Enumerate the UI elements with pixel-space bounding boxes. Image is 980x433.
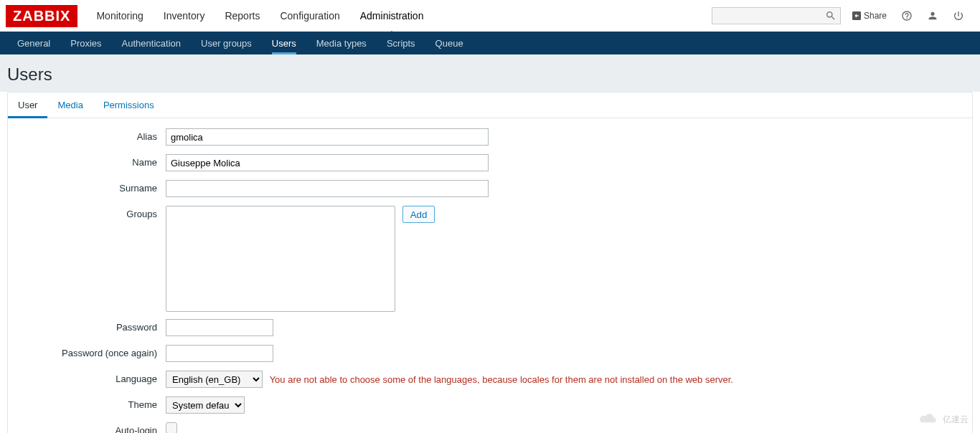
- subnav-user-groups[interactable]: User groups: [191, 32, 262, 54]
- nav-configuration[interactable]: Configuration: [270, 0, 349, 32]
- subnav-scripts[interactable]: Scripts: [377, 32, 425, 54]
- share-label: Share: [864, 11, 887, 21]
- groups-listbox[interactable]: [166, 206, 395, 312]
- nav-administration[interactable]: Administration: [350, 0, 434, 32]
- share-icon: [851, 10, 862, 22]
- question-icon: [901, 10, 913, 22]
- search-icon[interactable]: [825, 10, 837, 24]
- label-name: Name: [22, 154, 166, 168]
- label-groups: Groups: [22, 206, 166, 219]
- primary-menu: Monitoring Inventory Reports Configurati…: [86, 0, 433, 32]
- help-button[interactable]: [897, 7, 917, 24]
- subnav-proxies[interactable]: Proxies: [60, 32, 111, 54]
- label-theme: Theme: [22, 396, 166, 410]
- label-language: Language: [22, 371, 166, 384]
- tab-media[interactable]: Media: [47, 92, 93, 118]
- row-autologin: Auto-login: [22, 422, 958, 433]
- row-surname: Surname: [22, 180, 958, 199]
- tab-permissions[interactable]: Permissions: [93, 92, 164, 118]
- surname-input[interactable]: [166, 180, 489, 197]
- password2-input[interactable]: [166, 345, 273, 362]
- row-name: Name: [22, 154, 958, 173]
- row-password2: Password (once again): [22, 345, 958, 363]
- page-title: Users: [7, 65, 973, 85]
- nav-inventory[interactable]: Inventory: [154, 0, 215, 32]
- logout-button[interactable]: [948, 7, 969, 24]
- label-password2: Password (once again): [22, 345, 166, 358]
- row-alias: Alias: [22, 128, 958, 147]
- power-icon: [953, 10, 964, 22]
- form-tabs: User Media Permissions: [8, 92, 972, 118]
- page-header: Users: [0, 54, 980, 92]
- label-password: Password: [22, 319, 166, 333]
- row-groups: Groups Add: [22, 206, 958, 312]
- person-icon: [927, 10, 938, 22]
- sub-navbar: General Proxies Authentication User grou…: [0, 32, 980, 54]
- row-theme: Theme System default: [22, 396, 958, 415]
- label-surname: Surname: [22, 180, 166, 194]
- content-panel: User Media Permissions Alias Name Surnam…: [7, 92, 973, 433]
- global-search: [712, 7, 841, 24]
- brand-logo[interactable]: ZABBIX: [6, 5, 77, 27]
- nav-monitoring[interactable]: Monitoring: [86, 0, 153, 32]
- password-input[interactable]: [166, 319, 273, 336]
- subnav-users[interactable]: Users: [262, 32, 306, 54]
- autologin-checkbox[interactable]: [166, 422, 177, 433]
- user-form: Alias Name Surname Groups Add Password P…: [8, 118, 972, 433]
- alias-input[interactable]: [166, 128, 489, 146]
- search-input[interactable]: [712, 7, 841, 24]
- user-button[interactable]: [923, 7, 943, 24]
- subnav-media-types[interactable]: Media types: [306, 32, 377, 54]
- theme-select[interactable]: System default: [166, 396, 245, 414]
- label-alias: Alias: [22, 128, 166, 142]
- subnav-authentication[interactable]: Authentication: [112, 32, 191, 54]
- share-button[interactable]: Share: [847, 7, 891, 24]
- name-input[interactable]: [166, 154, 489, 171]
- language-select[interactable]: English (en_GB): [166, 371, 263, 388]
- subnav-general[interactable]: General: [7, 32, 60, 54]
- nav-reports[interactable]: Reports: [215, 0, 270, 32]
- row-password: Password: [22, 319, 958, 338]
- row-language: Language English (en_GB) You are not abl…: [22, 371, 958, 389]
- subnav-queue[interactable]: Queue: [425, 32, 473, 54]
- tab-user[interactable]: User: [8, 92, 47, 118]
- top-navbar: ZABBIX Monitoring Inventory Reports Conf…: [0, 0, 980, 32]
- add-group-button[interactable]: Add: [402, 206, 435, 223]
- label-autologin: Auto-login: [22, 422, 166, 433]
- language-warning: You are not able to choose some of the l…: [270, 374, 733, 385]
- topnav-right: Share: [712, 7, 980, 24]
